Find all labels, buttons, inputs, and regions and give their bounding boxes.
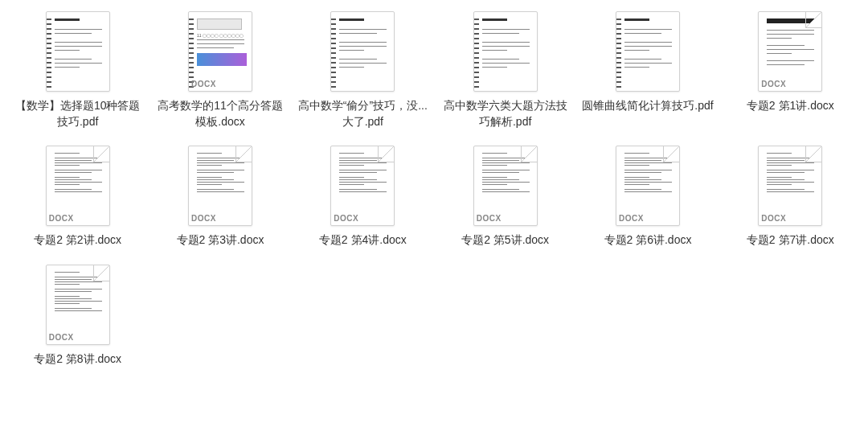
docx-badge: DOCX: [191, 80, 216, 88]
docx-badge: DOCX: [477, 214, 502, 223]
file-thumbnail: DOCX: [758, 11, 822, 92]
file-label: 高中数学“偷分”技巧，没...大了.pdf: [297, 98, 429, 129]
docx-badge: DOCX: [49, 214, 74, 223]
docx-badge: DOCX: [191, 214, 216, 223]
file-label: 【数学】选择题10种答题技巧.pdf: [11, 98, 144, 129]
file-thumbnail: DOCX: [188, 146, 252, 226]
file-grid: 【数学】选择题10种答题技巧.pdf11 ▢▢▢▢ ▢▢▢▢▢▢DOCX高考数学…: [8, 8, 860, 370]
file-item[interactable]: 高中数学六类大题方法技巧解析.pdf: [436, 8, 575, 133]
file-label: 专题2 第2讲.docx: [34, 232, 121, 248]
file-item[interactable]: 【数学】选择题10种答题技巧.pdf: [8, 8, 147, 133]
file-thumbnail: [330, 11, 395, 92]
file-thumbnail: [473, 11, 538, 92]
file-label: 专题2 第5讲.docx: [461, 232, 549, 248]
dogear-icon: [378, 146, 394, 162]
file-thumbnail: DOCX: [758, 146, 822, 226]
file-item[interactable]: 11 ▢▢▢▢ ▢▢▢▢▢▢DOCX高考数学的11个高分答题模板.docx: [150, 8, 289, 133]
file-thumbnail: DOCX: [46, 146, 110, 226]
file-label: 专题2 第3讲.docx: [177, 232, 264, 248]
dogear-icon: [93, 146, 109, 162]
file-item[interactable]: DOCX专题2 第4讲.docx: [293, 142, 432, 252]
file-thumbnail: [616, 11, 680, 92]
file-thumbnail: DOCX: [46, 265, 110, 345]
file-thumbnail: 11 ▢▢▢▢ ▢▢▢▢▢▢DOCX: [188, 11, 252, 92]
file-item[interactable]: DOCX专题2 第3讲.docx: [150, 142, 289, 252]
docx-badge: DOCX: [49, 333, 74, 342]
file-item[interactable]: DOCX专题2 第1讲.docx: [721, 8, 860, 133]
file-item[interactable]: 圆锥曲线简化计算技巧.pdf: [578, 8, 717, 133]
docx-badge: DOCX: [334, 214, 358, 223]
file-item[interactable]: DOCX专题2 第5讲.docx: [436, 142, 575, 252]
file-label: 专题2 第8讲.docx: [34, 351, 121, 368]
file-item[interactable]: DOCX专题2 第8讲.docx: [8, 261, 147, 371]
dogear-icon: [93, 265, 109, 281]
file-item[interactable]: DOCX专题2 第6讲.docx: [578, 142, 717, 252]
file-label: 专题2 第7讲.docx: [747, 232, 834, 248]
file-item[interactable]: DOCX专题2 第2讲.docx: [8, 142, 147, 252]
dogear-icon: [805, 12, 821, 28]
file-label: 专题2 第4讲.docx: [319, 232, 407, 248]
file-label: 专题2 第6讲.docx: [604, 232, 692, 248]
file-label: 圆锥曲线简化计算技巧.pdf: [582, 98, 713, 114]
file-label: 高考数学的11个高分答题模板.docx: [154, 98, 286, 129]
file-thumbnail: DOCX: [616, 146, 680, 226]
docx-badge: DOCX: [761, 80, 786, 88]
dogear-icon: [805, 146, 821, 162]
file-thumbnail: [46, 11, 110, 92]
dogear-icon: [521, 146, 537, 162]
file-thumbnail: DOCX: [330, 146, 395, 226]
dogear-icon: [235, 146, 252, 162]
dogear-icon: [663, 146, 679, 162]
file-label: 高中数学六类大题方法技巧解析.pdf: [439, 98, 571, 129]
file-item[interactable]: 高中数学“偷分”技巧，没...大了.pdf: [293, 8, 432, 133]
docx-badge: DOCX: [761, 214, 786, 223]
file-label: 专题2 第1讲.docx: [747, 98, 834, 114]
docx-badge: DOCX: [619, 214, 644, 223]
file-thumbnail: DOCX: [473, 146, 538, 226]
file-item[interactable]: DOCX专题2 第7讲.docx: [721, 142, 860, 252]
